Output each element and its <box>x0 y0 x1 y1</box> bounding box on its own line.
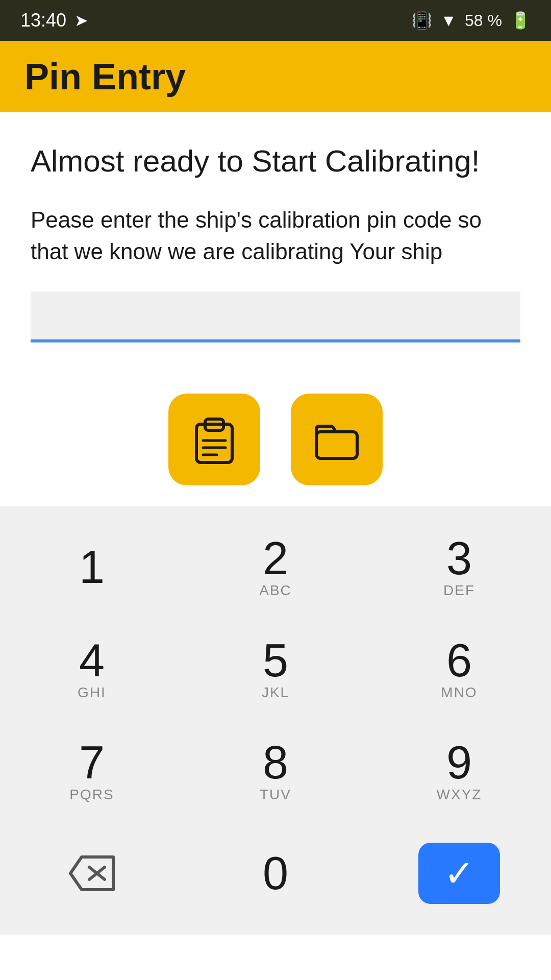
confirm-button[interactable]: ✓ <box>367 822 551 924</box>
folder-button[interactable] <box>291 394 383 485</box>
pin-input-container <box>31 291 520 342</box>
time-display: 13:40 <box>20 10 66 31</box>
key-7[interactable]: 7 PQRS <box>0 720 184 822</box>
check-icon: ✓ <box>444 852 474 895</box>
main-description: Pease enter the ship's calibration pin c… <box>31 204 520 267</box>
clipboard-button[interactable] <box>168 394 260 485</box>
numpad-row-3: 7 PQRS 8 TUV 9 WXYZ <box>0 720 551 822</box>
key-3[interactable]: 3 DEF <box>367 516 551 618</box>
key-0[interactable]: 0 <box>184 822 367 924</box>
main-content: Almost ready to Start Calibrating! Pease… <box>0 112 551 342</box>
numpad-row-1: 1 2 ABC 3 DEF <box>0 516 551 618</box>
confirm-inner: ✓ <box>418 843 500 904</box>
key-4[interactable]: 4 GHI <box>0 618 184 720</box>
key-6[interactable]: 6 MNO <box>367 618 551 720</box>
send-icon: ➤ <box>74 11 88 30</box>
action-buttons-row <box>0 363 551 506</box>
backspace-icon <box>66 853 117 894</box>
numpad-row-2: 4 GHI 5 JKL 6 MNO <box>0 618 551 720</box>
wifi-icon: ▼ <box>440 11 457 30</box>
app-bar: Pin Entry <box>0 41 551 112</box>
status-bar: 13:40 ➤ 📳 ▼ 58 % 🔋 <box>0 0 551 41</box>
status-time: 13:40 ➤ <box>20 10 88 31</box>
backspace-button[interactable] <box>0 822 184 924</box>
numpad: 1 2 ABC 3 DEF 4 GHI 5 JKL 6 MNO 7 PQRS <box>0 506 551 935</box>
folder-icon <box>311 414 362 465</box>
status-icons: 📳 ▼ 58 % 🔋 <box>412 11 531 30</box>
clipboard-icon <box>189 414 240 465</box>
key-1[interactable]: 1 <box>0 516 184 618</box>
battery-icon: 🔋 <box>510 11 531 30</box>
svg-rect-5 <box>316 432 357 458</box>
key-9[interactable]: 9 WXYZ <box>367 720 551 822</box>
vibrate-icon: 📳 <box>412 11 432 30</box>
app-bar-title: Pin Entry <box>24 56 186 97</box>
key-8[interactable]: 8 TUV <box>184 720 367 822</box>
battery-display: 58 % <box>465 11 502 30</box>
numpad-row-4: 0 ✓ <box>0 822 551 924</box>
key-5[interactable]: 5 JKL <box>184 618 367 720</box>
main-heading: Almost ready to Start Calibrating! <box>31 143 520 180</box>
pin-input[interactable] <box>31 291 520 342</box>
key-2[interactable]: 2 ABC <box>184 516 367 618</box>
